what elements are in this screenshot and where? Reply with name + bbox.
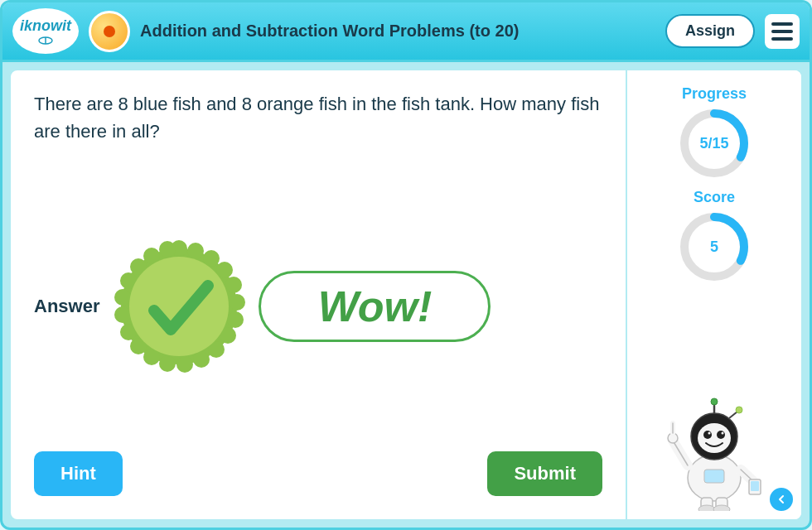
menu-line-3 xyxy=(771,37,793,41)
svg-point-9 xyxy=(227,311,244,328)
lesson-icon xyxy=(89,11,130,52)
back-button[interactable] xyxy=(768,486,795,513)
main-content: There are 8 blue fish and 8 orange fish … xyxy=(9,69,803,521)
svg-point-23 xyxy=(159,241,176,258)
robot-mascot xyxy=(665,387,764,511)
score-label: Score xyxy=(694,189,735,206)
svg-point-50 xyxy=(711,398,718,405)
svg-point-18 xyxy=(114,306,131,323)
right-panel: Progress 5/15 Score 5 xyxy=(627,70,801,519)
correct-badge xyxy=(113,240,245,373)
badge-scallop-svg xyxy=(113,240,245,373)
svg-point-41 xyxy=(698,505,715,511)
lightbulb-icon xyxy=(38,36,53,45)
svg-line-51 xyxy=(729,412,737,418)
menu-line-2 xyxy=(771,30,793,33)
question-text: There are 8 blue fish and 8 orange fish … xyxy=(34,90,602,145)
progress-label: Progress xyxy=(682,85,747,103)
svg-rect-38 xyxy=(751,481,759,491)
hint-button[interactable]: Hint xyxy=(34,451,123,496)
assign-button[interactable]: Assign xyxy=(665,14,755,48)
svg-point-44 xyxy=(698,423,731,453)
svg-point-6 xyxy=(216,262,233,278)
robot-area xyxy=(665,292,764,511)
svg-point-12 xyxy=(193,351,210,368)
progress-ring: 5/15 xyxy=(677,106,752,181)
logo: iknowit xyxy=(20,17,71,45)
logo-box: iknowit xyxy=(12,8,79,54)
svg-point-13 xyxy=(176,356,193,373)
svg-point-24 xyxy=(129,257,229,356)
svg-point-47 xyxy=(708,432,711,435)
svg-point-54 xyxy=(775,493,788,506)
score-ring: 5 xyxy=(677,210,752,284)
app-container: iknowit Addition and Subtraction Word Pr… xyxy=(0,0,812,530)
back-icon xyxy=(774,492,789,507)
wow-text: Wow! xyxy=(318,282,433,331)
submit-button[interactable]: Submit xyxy=(487,451,602,496)
header: iknowit Addition and Subtraction Word Pr… xyxy=(2,2,810,62)
svg-point-42 xyxy=(713,505,730,511)
menu-line-1 xyxy=(771,22,793,26)
svg-point-7 xyxy=(225,277,242,293)
svg-rect-53 xyxy=(704,470,724,483)
answer-label: Answer xyxy=(34,296,99,317)
score-section: Score 5 xyxy=(677,189,752,284)
bottom-bar: Hint Submit xyxy=(34,443,602,499)
left-panel: There are 8 blue fish and 8 orange fish … xyxy=(11,70,627,519)
progress-section: Progress 5/15 xyxy=(677,85,752,181)
svg-point-14 xyxy=(159,355,176,372)
svg-point-45 xyxy=(703,431,712,439)
svg-point-4 xyxy=(187,243,204,259)
svg-point-8 xyxy=(229,294,245,311)
lesson-icon-dot xyxy=(104,26,115,37)
svg-point-46 xyxy=(717,431,725,439)
answer-row: Answer xyxy=(34,170,602,443)
progress-value: 5/15 xyxy=(699,135,728,152)
svg-point-5 xyxy=(203,250,220,267)
wow-box: Wow! xyxy=(259,271,491,342)
lesson-title: Addition and Subtraction Word Problems (… xyxy=(140,22,655,41)
svg-point-19 xyxy=(114,289,131,306)
logo-text: iknowit xyxy=(20,17,71,34)
score-value: 5 xyxy=(710,238,718,256)
svg-point-48 xyxy=(722,432,724,435)
svg-point-52 xyxy=(736,407,742,413)
menu-button[interactable] xyxy=(765,14,800,49)
